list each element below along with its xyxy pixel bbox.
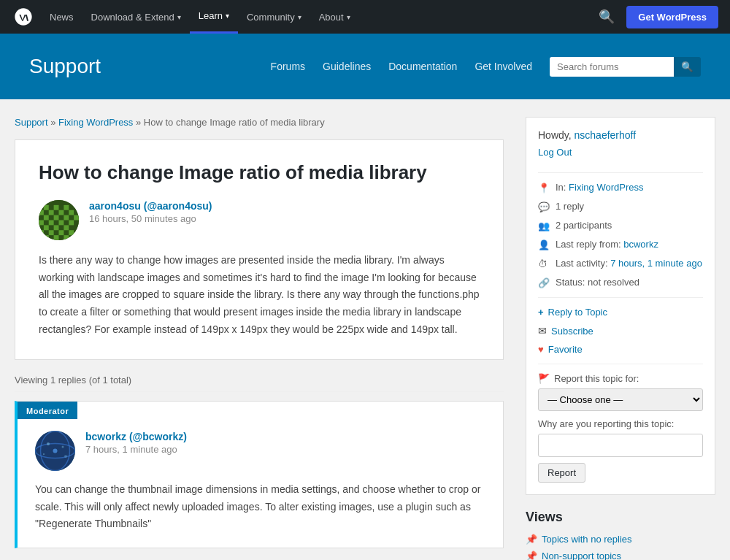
svg-rect-5	[49, 210, 54, 215]
favorite-link[interactable]: Favorite	[548, 344, 583, 355]
svg-rect-3	[64, 205, 69, 210]
chevron-down-icon: ▾	[177, 13, 181, 21]
nav-forums[interactable]: Forums	[271, 61, 305, 72]
post-meta: aaron4osu (@aaron4osu) 16 hours, 50 minu…	[39, 200, 480, 240]
chevron-down-icon: ▾	[347, 13, 350, 21]
comment-icon: 💬	[538, 202, 550, 212]
location-icon: 📍	[538, 183, 550, 193]
search-icon[interactable]: 🔍	[599, 9, 615, 25]
last-reply-user-link[interactable]: bcworkz	[623, 239, 658, 250]
post-time: 16 hours, 50 minutes ago	[89, 213, 212, 224]
nav-get-involved[interactable]: Get Involved	[474, 61, 532, 72]
sidebar-in-forum: 📍 In: Fixing WordPress	[538, 182, 703, 193]
report-button[interactable]: Report	[538, 463, 585, 483]
why-input[interactable]	[538, 434, 703, 457]
svg-rect-20	[49, 230, 54, 235]
post-author-link[interactable]: aaron4osu (@aaron4osu)	[89, 200, 212, 212]
get-wordpress-button[interactable]: Get WordPress	[626, 6, 718, 28]
svg-point-30	[47, 442, 50, 445]
svg-rect-8	[44, 215, 49, 220]
nav-guidelines[interactable]: Guidelines	[323, 61, 371, 72]
favorite-action: ♥ Favorite	[538, 344, 703, 355]
right-sidebar: Howdy, nschaeferhoff Log Out 📍 In: Fixin…	[526, 117, 715, 560]
support-title: Support	[29, 55, 101, 78]
forum-link[interactable]: Fixing WordPress	[569, 182, 643, 193]
breadcrumb: Support » Fixing WordPress » How to chan…	[15, 117, 504, 128]
nav-item-about[interactable]: About ▾	[310, 0, 359, 34]
pin-icon-1: 📌	[526, 534, 537, 545]
sidebar-participants-count: 👥 2 participants	[538, 220, 703, 231]
svg-rect-7	[69, 210, 74, 215]
sidebar-replies-count: 💬 1 reply	[538, 201, 703, 212]
clip-icon: 🔗	[538, 277, 550, 288]
report-select[interactable]: — Choose one —	[538, 388, 703, 411]
svg-rect-13	[49, 220, 54, 225]
svg-point-32	[43, 453, 45, 455]
nav-documentation[interactable]: Documentation	[388, 61, 457, 72]
wordpress-logo[interactable]	[12, 5, 35, 28]
breadcrumb-support[interactable]: Support	[15, 117, 48, 128]
svg-rect-23	[44, 235, 49, 240]
svg-rect-21	[59, 230, 64, 235]
non-support-topics-link[interactable]: 📌 Non-support topics	[526, 551, 715, 560]
views-section: Views 📌 Topics with no replies 📌 Non-sup…	[526, 510, 715, 560]
reply-to-topic-link[interactable]: Reply to Topic	[548, 307, 607, 318]
last-activity-time-link[interactable]: 7 hours, 1 minute ago	[610, 258, 702, 269]
heart-icon: ♥	[538, 344, 544, 355]
support-nav: Forums Guidelines Documentation Get Invo…	[271, 57, 701, 77]
flag-icon: 🚩	[538, 373, 550, 384]
nav-item-community[interactable]: Community ▾	[238, 0, 310, 34]
breadcrumb-fixing-wp[interactable]: Fixing WordPress	[58, 117, 133, 128]
svg-rect-12	[39, 220, 44, 225]
subscribe-link[interactable]: Subscribe	[551, 326, 593, 337]
author-avatar-image	[39, 200, 79, 240]
svg-point-31	[62, 445, 64, 448]
sidebar-last-reply: 👤 Last reply from: bcworkz	[538, 239, 703, 250]
people-icon: 👥	[538, 220, 550, 231]
svg-rect-6	[59, 210, 64, 215]
svg-rect-9	[54, 215, 59, 220]
chevron-down-icon: ▾	[298, 13, 301, 21]
svg-rect-10	[64, 215, 69, 220]
reply-to-topic-action: + Reply to Topic	[538, 307, 703, 318]
search-input[interactable]	[550, 57, 674, 77]
nav-item-download[interactable]: Download & Extend ▾	[82, 0, 190, 34]
sidebar-last-activity: ⏱ Last activity: 7 hours, 1 minute ago	[538, 258, 703, 269]
sidebar-divider-3	[538, 364, 703, 364]
logout-link[interactable]: Log Out	[538, 147, 703, 158]
envelope-icon: ✉	[538, 325, 547, 337]
avatar	[39, 200, 79, 240]
reply-author-link[interactable]: bcworkz (@bcworkz)	[85, 431, 187, 442]
reply-post-meta: bcworkz (@bcworkz) 7 hours, 1 minute ago	[35, 431, 485, 471]
svg-rect-17	[54, 225, 59, 230]
howdy-text: Howdy, nschaeferhoff	[538, 129, 703, 141]
nav-item-learn[interactable]: Learn ▾	[190, 0, 238, 34]
svg-rect-25	[64, 235, 69, 240]
person-icon: 👤	[538, 239, 550, 250]
moderator-avatar-image	[35, 431, 75, 471]
subscribe-action: ✉ Subscribe	[538, 325, 703, 337]
sidebar-divider-1	[538, 172, 703, 173]
svg-rect-15	[69, 220, 74, 225]
svg-rect-22	[69, 230, 74, 235]
svg-point-33	[64, 455, 67, 458]
svg-point-29	[53, 448, 58, 453]
svg-rect-14	[59, 220, 64, 225]
forum-search: 🔍	[550, 57, 701, 77]
nav-item-news[interactable]: News	[41, 0, 82, 34]
search-button[interactable]: 🔍	[674, 57, 701, 77]
sidebar-divider-2	[538, 297, 703, 298]
reply-text: You can change the thumbnail image dimen…	[35, 481, 485, 533]
search-icon: 🔍	[681, 61, 694, 72]
svg-rect-4	[39, 210, 44, 215]
views-title: Views	[526, 510, 715, 525]
username-link[interactable]: nschaeferhoff	[575, 129, 637, 141]
report-label: 🚩 Report this topic for:	[538, 373, 703, 384]
topics-no-replies-link[interactable]: 📌 Topics with no replies	[526, 534, 715, 545]
moderator-badge-bar: Moderator	[18, 402, 77, 419]
chevron-down-icon: ▾	[226, 12, 229, 20]
sidebar-status: 🔗 Status: not resolved	[538, 277, 703, 288]
top-navigation: News Download & Extend ▾ Learn ▾ Communi…	[0, 0, 730, 34]
post-content: Is there any way to change how images ar…	[39, 252, 480, 339]
nav-items-container: News Download & Extend ▾ Learn ▾ Communi…	[41, 0, 599, 34]
